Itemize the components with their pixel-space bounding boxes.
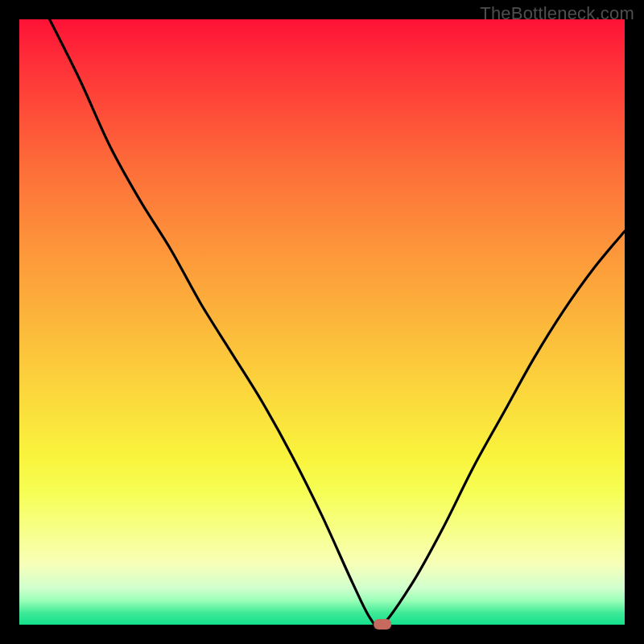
app-frame: TheBottleneck.com [0,0,644,644]
chart-area [19,19,625,625]
bottleneck-curve-path [50,19,625,627]
chart-svg [19,19,625,625]
watermark-text: TheBottleneck.com [480,3,634,24]
optimal-point-marker [374,619,391,630]
